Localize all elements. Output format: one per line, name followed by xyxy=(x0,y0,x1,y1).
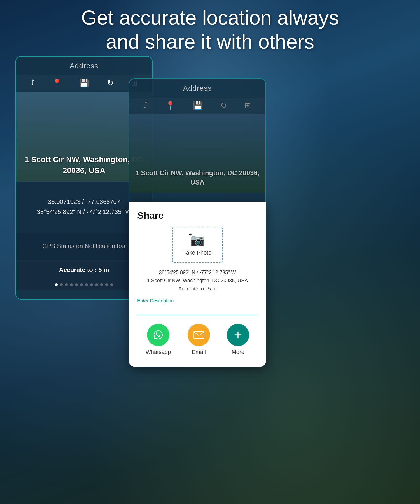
refresh-icon-front[interactable]: ↻ xyxy=(220,101,227,110)
camera-plus-icon: + xyxy=(189,232,192,238)
share-actions: Whatsapp Email More xyxy=(137,324,258,355)
card-back-title: Address xyxy=(16,57,152,74)
whatsapp-button[interactable]: Whatsapp xyxy=(146,324,171,355)
save-icon-front[interactable]: 💾 xyxy=(193,101,203,110)
card-back-accurate-text: Accurate to : 5 m xyxy=(59,266,109,274)
share-address: 1 Scott Cir NW, Washington, DC 20036, US… xyxy=(137,277,258,285)
card-back-coords-line1: 38.9071923 / -77.0368707 xyxy=(48,197,120,207)
dot-7[interactable] xyxy=(85,283,88,286)
description-input[interactable] xyxy=(137,305,258,315)
card-front-title: Address xyxy=(129,79,265,97)
share-title: Share xyxy=(137,210,258,221)
dot-6[interactable] xyxy=(80,283,83,286)
card-front-toolbar: ⤴ 📍 💾 ↻ ⊞ xyxy=(129,97,265,114)
take-photo-button[interactable]: + 📷 Take Photo xyxy=(172,227,223,263)
dot-5[interactable] xyxy=(75,283,78,286)
whatsapp-icon xyxy=(147,324,169,346)
more-button[interactable]: More xyxy=(227,324,249,355)
dot-8[interactable] xyxy=(90,283,93,286)
card-front-image: 1 Scott Cir NW, Washington, DC 20036, US… xyxy=(129,114,265,193)
card-back-gps-text: GPS Status on Notification bar xyxy=(42,242,126,250)
headline-line2: and share it with others xyxy=(22,30,398,54)
share-panel: Share + 📷 Take Photo 38°54'25.892" N / -… xyxy=(129,202,266,367)
location-icon-front[interactable]: 📍 xyxy=(165,101,175,110)
dot-10[interactable] xyxy=(100,283,103,286)
dot-3[interactable] xyxy=(65,283,68,286)
share-icon-front[interactable]: ⤴ xyxy=(144,101,148,110)
share-accurate: Accurate to : 5 m xyxy=(137,285,258,293)
grid-icon-front[interactable]: ⊞ xyxy=(244,101,251,110)
more-label: More xyxy=(232,349,244,355)
dot-9[interactable] xyxy=(95,283,98,286)
location-icon[interactable]: 📍 xyxy=(52,78,62,88)
email-icon xyxy=(188,324,210,346)
dot-2[interactable] xyxy=(60,283,63,286)
dot-4[interactable] xyxy=(70,283,73,286)
more-icon xyxy=(227,324,249,346)
desc-label: Enter Description xyxy=(137,298,258,304)
share-icon[interactable]: ⤴ xyxy=(31,79,34,88)
whatsapp-label: Whatsapp xyxy=(146,349,171,355)
camera-icon: + 📷 xyxy=(190,234,204,247)
card-back-coords-line2: 38°54'25.892" N / -77°2'12.735" W xyxy=(37,207,131,217)
share-coords: 38°54'25.892" N / -77°2'12.735" W xyxy=(137,269,258,277)
save-icon[interactable]: 💾 xyxy=(80,78,89,88)
headline: Get accurate location always and share i… xyxy=(0,6,420,54)
dot-1[interactable] xyxy=(55,283,58,286)
dot-11[interactable] xyxy=(105,283,108,286)
dot-12[interactable] xyxy=(110,283,113,286)
headline-line1: Get accurate location always xyxy=(22,6,398,30)
refresh-icon[interactable]: ↻ xyxy=(107,78,113,88)
svg-rect-0 xyxy=(194,331,204,339)
share-info: 38°54'25.892" N / -77°2'12.735" W 1 Scot… xyxy=(137,269,258,293)
take-photo-label: Take Photo xyxy=(183,249,211,256)
email-button[interactable]: Email xyxy=(188,324,210,355)
card-back-address: 1 Scott Cir NW, Washington, DC 20036, US… xyxy=(22,154,146,176)
card-front-address: 1 Scott Cir NW, Washington, DC 20036, US… xyxy=(135,168,260,187)
email-label: Email xyxy=(192,349,206,355)
